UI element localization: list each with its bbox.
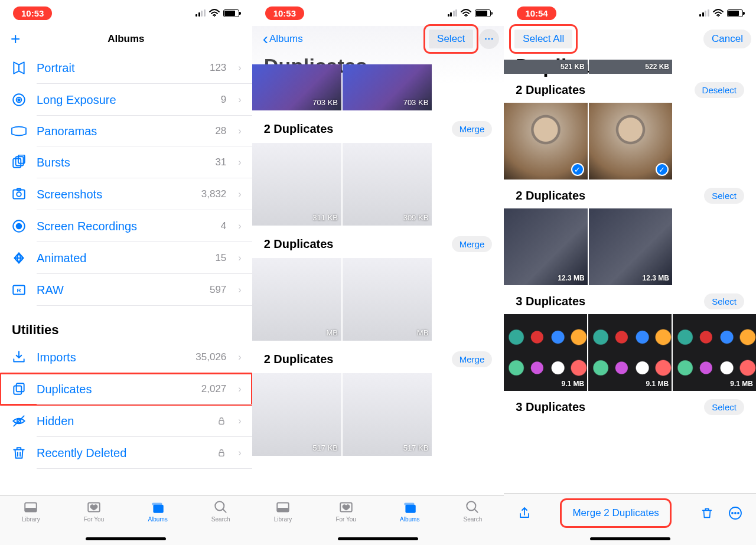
group-action-button[interactable]: Select bbox=[704, 293, 744, 309]
row-count: 3,832 bbox=[201, 188, 227, 200]
group-header: 2 Duplicates Deselect bbox=[504, 74, 756, 103]
list-row-trash[interactable]: Recently Deleted › bbox=[0, 437, 252, 469]
thumbnail[interactable]: 9.1 MB bbox=[504, 314, 587, 391]
thumbnail[interactable]: 517 KB bbox=[252, 373, 341, 456]
more-button[interactable]: ··· bbox=[479, 29, 499, 49]
chevron-right-icon: › bbox=[238, 448, 241, 458]
tab-search[interactable]: Search bbox=[211, 500, 230, 545]
tab-search[interactable]: Search bbox=[464, 500, 483, 545]
chevron-right-icon: › bbox=[238, 253, 241, 263]
phone-1-albums: 10:53 + Albums Portrait 123 › Long Expos… bbox=[0, 0, 252, 545]
merge-button[interactable]: Merge bbox=[452, 121, 493, 137]
list-row-screen-rec[interactable]: Screen Recordings 4 › bbox=[0, 210, 252, 242]
share-button[interactable] bbox=[516, 504, 533, 522]
row-label: Recently Deleted bbox=[37, 446, 198, 460]
wifi-icon bbox=[209, 9, 220, 17]
thumbnail[interactable]: 703 KB bbox=[252, 64, 341, 110]
group-header: 2 Duplicates Select bbox=[504, 180, 756, 208]
thumbnail[interactable]: 9.1 MB bbox=[588, 314, 672, 391]
list-row-long-exposure[interactable]: Long Exposure 9 › bbox=[0, 84, 252, 116]
status-bar: 10:54 bbox=[504, 0, 756, 26]
status-bar: 10:53 bbox=[252, 0, 504, 26]
chevron-right-icon: › bbox=[238, 189, 241, 200]
list-row-duplicates[interactable]: Duplicates 2,027 › bbox=[0, 373, 252, 405]
group-header: 2 Duplicates Merge bbox=[252, 341, 504, 373]
portrait-icon bbox=[11, 60, 27, 76]
phone-2-duplicates: 10:53 ‹Albums Select ··· Duplicates 703 … bbox=[252, 0, 504, 545]
group-header: 2 Duplicates Merge bbox=[252, 226, 504, 258]
duplicate-pair: MBMB bbox=[252, 258, 504, 341]
tab-label: For You bbox=[335, 516, 356, 523]
tab-library[interactable]: Library bbox=[22, 500, 40, 545]
thumbnail[interactable]: MB bbox=[252, 258, 341, 341]
screen-rec-icon bbox=[11, 218, 27, 234]
tab-label: Albums bbox=[148, 516, 167, 523]
tab-label: Search bbox=[211, 516, 230, 523]
svg-rect-27 bbox=[277, 508, 289, 512]
more-button[interactable] bbox=[726, 504, 744, 522]
thumbnail[interactable]: 521 KB bbox=[504, 60, 587, 74]
group-title: 2 Duplicates bbox=[264, 237, 334, 251]
thumbnail[interactable]: MB bbox=[343, 258, 432, 341]
list-row-bursts[interactable]: Bursts 31 › bbox=[0, 146, 252, 178]
list-row-portrait[interactable]: Portrait 123 › bbox=[0, 52, 252, 84]
home-indicator bbox=[590, 537, 670, 540]
trash-icon bbox=[11, 445, 27, 461]
select-button[interactable]: Select bbox=[429, 30, 473, 48]
merge-button[interactable]: Merge 2 Duplicates bbox=[565, 504, 666, 523]
list-row-hidden[interactable]: Hidden › bbox=[0, 405, 252, 437]
row-count: 28 bbox=[215, 125, 226, 137]
thumbnail[interactable]: 703 KB bbox=[343, 64, 432, 110]
svg-point-11 bbox=[17, 224, 22, 229]
group-title: 3 Duplicates bbox=[516, 400, 585, 414]
chevron-right-icon: › bbox=[238, 94, 241, 105]
thumbnail[interactable]: 522 KB bbox=[589, 60, 672, 74]
merge-button[interactable]: Merge bbox=[452, 351, 493, 367]
group-action-button[interactable]: Select bbox=[704, 399, 744, 415]
group-action-button[interactable]: Deselect bbox=[695, 82, 744, 98]
merge-button[interactable]: Merge bbox=[452, 236, 493, 252]
svg-point-3 bbox=[18, 99, 19, 100]
thumbnail[interactable]: 9.1 MB bbox=[673, 314, 756, 391]
thumbnail[interactable]: ✓ bbox=[589, 103, 672, 180]
thumbnail[interactable]: 12.3 MB bbox=[589, 208, 672, 285]
thumbnail[interactable]: 309 KB bbox=[343, 143, 432, 226]
cancel-button[interactable]: Cancel bbox=[703, 30, 751, 48]
group-header: 3 Duplicates Select bbox=[504, 391, 756, 420]
svg-rect-23 bbox=[152, 502, 162, 505]
battery-icon bbox=[475, 9, 491, 17]
group-action-button[interactable]: Select bbox=[704, 188, 744, 204]
list-row-animated[interactable]: Animated 15 › bbox=[0, 242, 252, 274]
svg-rect-5 bbox=[16, 156, 24, 165]
row-label: Portrait bbox=[37, 61, 200, 75]
phone-3-select: 10:54 Select All Cancel Duplicates 521 K… bbox=[504, 0, 756, 545]
thumbnail[interactable]: 311 KB bbox=[252, 143, 341, 226]
trash-button[interactable] bbox=[698, 504, 716, 522]
svg-point-25 bbox=[465, 15, 467, 17]
cellular-icon bbox=[195, 9, 206, 17]
selected-check-icon: ✓ bbox=[571, 163, 584, 176]
imports-icon bbox=[11, 350, 27, 365]
list-row-imports[interactable]: Imports 35,026 › bbox=[0, 341, 252, 373]
back-button[interactable]: ‹Albums bbox=[263, 33, 303, 45]
tab-label: Library bbox=[274, 516, 292, 523]
raw-icon: R bbox=[11, 282, 27, 298]
add-button[interactable]: + bbox=[11, 30, 20, 48]
svg-rect-30 bbox=[404, 502, 414, 505]
svg-rect-29 bbox=[405, 505, 415, 513]
list-row-panorama[interactable]: Panoramas 28 › bbox=[0, 116, 252, 146]
list-row-raw[interactable]: R RAW 597 › bbox=[0, 274, 252, 306]
select-all-button[interactable]: Select All bbox=[514, 30, 572, 48]
media-types-list: Portrait 123 › Long Exposure 9 › Panoram… bbox=[0, 52, 252, 306]
thumbnail[interactable]: 12.3 MB bbox=[504, 208, 587, 285]
row-label: Bursts bbox=[37, 156, 206, 169]
utilities-list: Imports 35,026 › Duplicates 2,027 › Hidd… bbox=[0, 341, 252, 469]
list-row-screenshots[interactable]: Screenshots 3,832 › bbox=[0, 178, 252, 210]
utilities-header: Utilities bbox=[0, 306, 252, 341]
svg-rect-20 bbox=[25, 508, 37, 512]
row-count: 597 bbox=[210, 284, 226, 296]
row-label: Panoramas bbox=[37, 125, 206, 138]
thumbnail[interactable]: 517 KB bbox=[343, 373, 432, 456]
tab-library[interactable]: Library bbox=[274, 500, 292, 545]
thumbnail[interactable]: ✓ bbox=[504, 103, 587, 180]
